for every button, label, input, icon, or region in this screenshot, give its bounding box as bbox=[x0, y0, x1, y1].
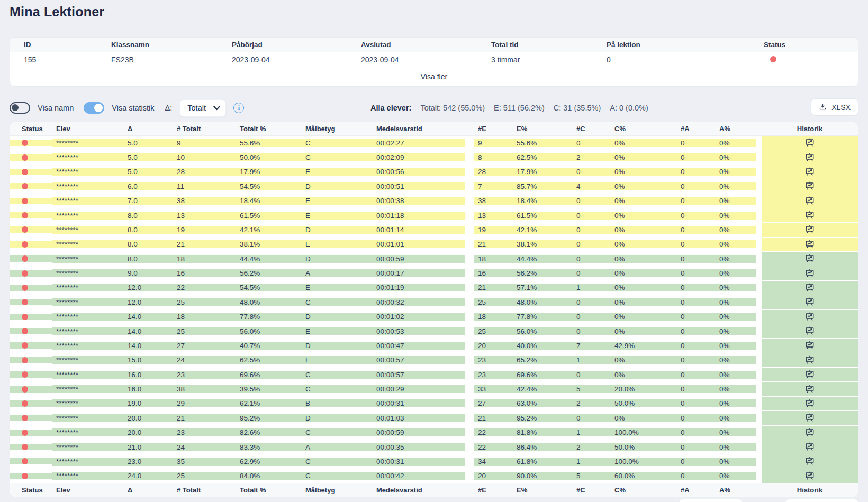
student-c-pct: 0% bbox=[610, 284, 676, 291]
column-gap bbox=[465, 194, 474, 208]
lesson-row[interactable]: 155 FS23B 2023-09-04 2023-09-04 3 timmar… bbox=[10, 52, 858, 67]
student-e: 7 bbox=[474, 182, 512, 190]
col-#e: #E bbox=[474, 486, 512, 494]
student-status-cell bbox=[10, 371, 52, 378]
student-c-pct: 0% bbox=[610, 313, 676, 321]
historik-button[interactable] bbox=[804, 268, 816, 279]
student-row: ********21.02483.3%A00:00:352286.4%250.0… bbox=[10, 440, 858, 454]
student-medelsvarstid: 00:00:47 bbox=[372, 342, 465, 350]
student-e-pct: 42.4% bbox=[512, 385, 572, 393]
student-medelsvarstid: 00:00:35 bbox=[372, 443, 465, 451]
student-historik-cell bbox=[762, 136, 858, 150]
historik-button[interactable] bbox=[804, 282, 816, 294]
historik-button[interactable] bbox=[804, 239, 816, 250]
export-xlsx-button[interactable]: XLSX bbox=[811, 98, 858, 116]
historik-button[interactable] bbox=[804, 224, 816, 235]
presentation-chart-icon bbox=[805, 326, 815, 336]
col-historik: Historik bbox=[762, 483, 858, 497]
historik-button[interactable] bbox=[804, 455, 816, 467]
student-e: 20 bbox=[474, 472, 512, 480]
historik-button[interactable] bbox=[804, 354, 816, 366]
student-row: ********14.01877.8%D00:01:021877.8%00%00… bbox=[10, 310, 858, 324]
historik-button[interactable] bbox=[804, 325, 816, 337]
status-dot bbox=[22, 285, 28, 291]
historik-button[interactable] bbox=[804, 195, 816, 207]
status-dot bbox=[22, 444, 28, 450]
student-c: 0 bbox=[572, 298, 610, 306]
student-e: 27 bbox=[474, 399, 512, 407]
historik-button[interactable] bbox=[804, 441, 816, 453]
status-dot bbox=[22, 371, 28, 378]
historik-button[interactable] bbox=[804, 470, 816, 482]
historik-button[interactable] bbox=[804, 412, 816, 424]
student-total-pct: 18.4% bbox=[236, 197, 301, 205]
student-c: 2 bbox=[572, 399, 610, 407]
historik-button[interactable] bbox=[804, 152, 816, 163]
student-historik-cell bbox=[762, 194, 858, 208]
student-e-pct: 57.1% bbox=[512, 284, 572, 291]
lesson-status-dot bbox=[770, 56, 776, 62]
student-a-pct: 0% bbox=[715, 385, 756, 393]
column-gap bbox=[756, 150, 762, 164]
student-total-pct: 62.5% bbox=[236, 356, 301, 364]
historik-button[interactable] bbox=[804, 180, 816, 192]
show-more-link[interactable]: Visa fler bbox=[10, 67, 858, 86]
historik-button[interactable] bbox=[804, 166, 816, 178]
student-e: 22 bbox=[474, 428, 512, 436]
student-total-pct: 38.1% bbox=[236, 240, 301, 248]
student-elev: ******** bbox=[52, 298, 123, 306]
student-a: 0 bbox=[676, 414, 715, 422]
column-gap bbox=[756, 469, 762, 483]
student-medelsvarstid: 00:00:42 bbox=[372, 472, 465, 480]
historik-button[interactable] bbox=[804, 296, 816, 308]
info-icon[interactable]: i bbox=[233, 103, 244, 113]
students-table: StatusElevΔ# TotaltTotalt %MålbetygMedel… bbox=[10, 122, 858, 497]
student-a-pct: 0% bbox=[715, 168, 756, 176]
historik-button[interactable] bbox=[804, 369, 816, 380]
student-a: 0 bbox=[676, 298, 715, 306]
student-elev: ******** bbox=[52, 342, 123, 350]
col-medelsvarstid: Medelsvarstid bbox=[372, 486, 465, 494]
student-e: 25 bbox=[474, 298, 512, 306]
historik-button[interactable] bbox=[804, 384, 816, 395]
student-status-cell bbox=[10, 169, 52, 175]
historik-button[interactable] bbox=[804, 209, 816, 221]
student-e: 28 bbox=[474, 168, 512, 176]
column-gap bbox=[465, 223, 474, 236]
bottom-partial-button[interactable] bbox=[785, 499, 858, 502]
student-malbetyg: E bbox=[301, 356, 372, 364]
student-e: 21 bbox=[474, 284, 512, 291]
visa-namn-toggle[interactable] bbox=[10, 102, 30, 114]
bottom-partial-button[interactable] bbox=[679, 499, 743, 502]
delta-select[interactable]: Totalt bbox=[179, 99, 226, 117]
historik-button[interactable] bbox=[804, 340, 816, 351]
presentation-chart-icon bbox=[805, 297, 815, 307]
visa-statistik-toggle[interactable] bbox=[84, 102, 104, 114]
visa-namn-label: Visa namn bbox=[38, 104, 74, 112]
student-total: 24 bbox=[173, 356, 236, 364]
student-status-cell bbox=[10, 400, 52, 407]
student-malbetyg: E bbox=[301, 197, 372, 205]
student-total-pct: 62.9% bbox=[236, 458, 301, 466]
historik-button[interactable] bbox=[804, 427, 816, 439]
col-#totalt: # Totalt bbox=[173, 486, 236, 494]
student-medelsvarstid: 00:02:09 bbox=[372, 153, 465, 161]
student-elev: ******** bbox=[52, 226, 123, 234]
historik-button[interactable] bbox=[804, 253, 816, 264]
student-c: 0 bbox=[572, 327, 610, 335]
student-medelsvarstid: 00:01:02 bbox=[372, 313, 465, 321]
historik-button[interactable] bbox=[804, 398, 816, 409]
presentation-chart-icon bbox=[805, 254, 815, 263]
student-a-pct: 0% bbox=[715, 240, 756, 248]
presentation-chart-icon bbox=[805, 413, 815, 423]
historik-button[interactable] bbox=[804, 137, 816, 149]
presentation-chart-icon bbox=[805, 428, 815, 437]
status-dot bbox=[22, 255, 28, 262]
student-elev: ******** bbox=[52, 240, 123, 248]
student-total-pct: 83.3% bbox=[236, 443, 301, 451]
student-malbetyg: C bbox=[301, 153, 372, 161]
historik-button[interactable] bbox=[804, 311, 816, 323]
student-historik-cell bbox=[762, 165, 858, 179]
student-total-pct: 69.6% bbox=[236, 371, 301, 379]
summary-stats: Alla elever: Totalt: 542 (55.0%) E: 511 … bbox=[370, 98, 648, 117]
